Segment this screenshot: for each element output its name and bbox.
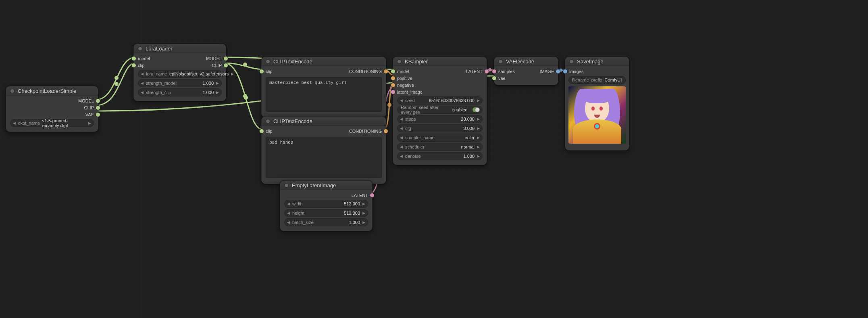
output-port-model[interactable] [96,98,100,103]
chevron-right-icon[interactable]: ▶ [477,154,480,158]
chevron-left-icon[interactable]: ◀ [287,220,290,224]
input-port-latent-image[interactable] [391,90,395,94]
collapse-dot-icon[interactable] [397,59,402,64]
input-port-samples[interactable] [492,69,497,74]
chevron-left-icon[interactable]: ◀ [141,81,144,85]
chevron-right-icon[interactable]: ▶ [216,90,219,94]
widget-value: 512.000 [344,201,360,206]
chevron-right-icon[interactable]: ▶ [216,81,219,85]
input-label: model [138,56,150,61]
collapse-dot-icon[interactable] [138,46,142,51]
node-title[interactable]: CheckpointLoaderSimple [6,86,98,96]
chevron-right-icon[interactable]: ▶ [477,126,480,130]
collapse-dot-icon[interactable] [498,59,503,64]
chevron-left-icon[interactable]: ◀ [400,126,403,130]
node-lora-loader[interactable]: LoraLoader model MODEL clip CLIP ◀lora_n… [133,44,226,101]
input-port-vae[interactable] [492,76,497,81]
widget-ckpt-name[interactable]: ◀ ckpt_name v1-5-pruned-emaonly.ckpt ▶ [10,119,94,127]
widget-filename-prefix[interactable]: filename_prefixComfyUI [568,76,626,84]
widget-label: Random seed after every gen [401,105,450,115]
output-port-latent[interactable] [484,69,489,74]
input-port-clip[interactable] [259,129,264,134]
svg-point-3 [243,63,247,67]
widget-height[interactable]: ◀height512.000▶ [284,209,368,217]
chevron-left-icon[interactable]: ◀ [287,211,290,215]
collapse-dot-icon[interactable] [569,59,574,64]
widget-lora-name[interactable]: ◀lora_nameepiNoiseoffset_v2.safetensors▶ [138,70,222,78]
collapse-dot-icon[interactable] [266,119,270,123]
output-port-model[interactable] [223,56,228,61]
chevron-right-icon[interactable]: ▶ [231,72,234,76]
collapse-dot-icon[interactable] [284,183,289,188]
title-text: CLIPTextEncode [273,59,312,65]
chevron-left-icon[interactable]: ◀ [13,121,16,125]
widget-cfg[interactable]: ◀cfg8.000▶ [397,124,483,132]
input-port-images[interactable] [563,69,568,74]
node-clip-text-encode-positive[interactable]: CLIPTextEncode clip CONDITIONING masterp… [261,56,386,118]
output-image-preview[interactable] [568,86,626,144]
output-label: LATENT [352,193,368,198]
chevron-left-icon[interactable]: ◀ [400,98,403,103]
collapse-dot-icon[interactable] [10,89,15,93]
node-title[interactable]: KSampler [393,57,487,66]
output-port-image[interactable] [556,69,560,74]
collapse-dot-icon[interactable] [266,59,270,64]
input-port-clip[interactable] [259,69,264,74]
node-title[interactable]: CLIPTextEncode [262,117,386,126]
chevron-right-icon[interactable]: ▶ [362,211,365,215]
node-title[interactable]: LoraLoader [134,44,226,53]
chevron-left-icon[interactable]: ◀ [141,72,144,76]
output-port-vae[interactable] [96,112,100,117]
chevron-right-icon[interactable]: ▶ [477,145,480,149]
input-port-model[interactable] [391,69,395,74]
node-ksampler[interactable]: KSampler model LATENT positive negative … [393,56,487,165]
widget-seed[interactable]: ◀seed851616030078638.000▶ [397,96,483,105]
input-port-negative[interactable] [391,83,395,88]
output-port-latent[interactable] [370,193,375,198]
node-title[interactable]: SaveImage [565,57,629,66]
prompt-textarea[interactable]: bad hands [266,137,382,178]
widget-batch-size[interactable]: ◀batch_size1.000▶ [284,218,368,226]
node-save-image[interactable]: SaveImage images filename_prefixComfyUI [565,56,629,151]
title-text: CheckpointLoaderSimple [18,88,76,94]
chevron-left-icon[interactable]: ◀ [287,202,290,206]
chevron-left-icon[interactable]: ◀ [400,145,403,149]
node-clip-text-encode-negative[interactable]: CLIPTextEncode clip CONDITIONING bad han… [261,116,386,184]
node-vae-decode[interactable]: VAEDecode samples IMAGE vae [494,56,558,85]
toggle-switch[interactable] [473,107,480,112]
chevron-right-icon[interactable]: ▶ [362,202,365,206]
node-empty-latent-image[interactable]: EmptyLatentImage LATENT ◀width512.000▶ ◀… [280,180,373,231]
output-port-conditioning[interactable] [383,69,388,74]
chevron-right-icon[interactable]: ▶ [362,220,365,224]
widget-sampler-name[interactable]: ◀sampler_nameeuler▶ [397,134,483,142]
node-title[interactable]: CLIPTextEncode [262,57,386,66]
widget-width[interactable]: ◀width512.000▶ [284,200,368,208]
widget-value: normal [461,144,475,149]
chevron-right-icon[interactable]: ▶ [88,121,91,125]
chevron-right-icon[interactable]: ▶ [477,136,480,140]
widget-strength-clip[interactable]: ◀strength_clip1.000▶ [138,88,222,96]
chevron-left-icon[interactable]: ◀ [400,136,403,140]
widget-steps[interactable]: ◀steps20.000▶ [397,115,483,123]
chevron-right-icon[interactable]: ▶ [477,117,480,121]
chevron-left-icon[interactable]: ◀ [400,117,403,121]
widget-label: height [292,211,304,215]
widget-strength-model[interactable]: ◀strength_model1.000▶ [138,79,222,87]
node-title[interactable]: EmptyLatentImage [280,181,372,190]
input-port-clip[interactable] [131,63,136,68]
chevron-left-icon[interactable]: ◀ [141,90,144,94]
node-checkpoint-loader[interactable]: CheckpointLoaderSimple MODEL CLIP VAE ◀ … [6,86,98,132]
output-port-clip[interactable] [96,105,100,110]
chevron-right-icon[interactable]: ▶ [477,98,480,103]
chevron-left-icon[interactable]: ◀ [400,154,403,158]
widget-random-seed[interactable]: Random seed after every genenabled [397,106,483,114]
output-port-clip[interactable] [223,63,228,68]
output-port-conditioning[interactable] [383,129,388,134]
prompt-textarea[interactable]: masterpiece best quality girl [266,77,382,112]
widget-scheduler[interactable]: ◀schedulernormal▶ [397,143,483,151]
widget-label: batch_size [292,220,314,225]
widget-denoise[interactable]: ◀denoise1.000▶ [397,152,483,160]
input-port-model[interactable] [131,56,136,61]
input-port-positive[interactable] [391,76,395,81]
node-title[interactable]: VAEDecode [494,57,558,66]
